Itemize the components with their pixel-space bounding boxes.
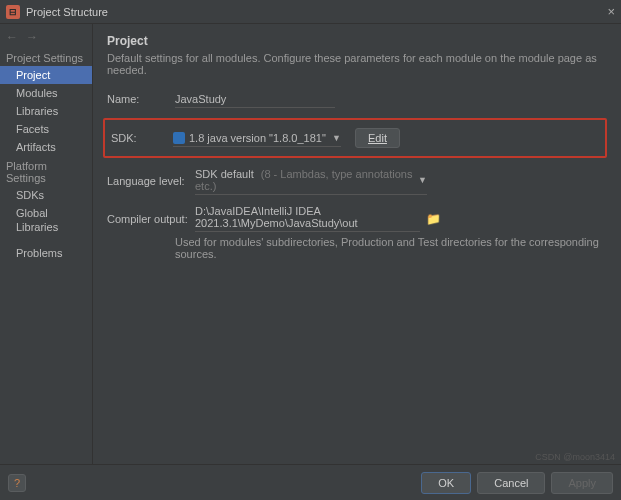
language-level-row: Language level: SDK default (8 - Lambdas… bbox=[107, 166, 607, 195]
nav-history: ← → bbox=[0, 26, 92, 48]
sidebar-item-global-libraries[interactable]: Global Libraries bbox=[0, 204, 92, 236]
language-level-label: Language level: bbox=[107, 175, 195, 187]
sdk-dropdown[interactable]: 1.8 java version "1.8.0_181" ▼ bbox=[173, 130, 341, 147]
back-icon[interactable]: ← bbox=[6, 30, 18, 44]
ok-button[interactable]: OK bbox=[421, 472, 471, 494]
sidebar-item-facets[interactable]: Facets bbox=[0, 120, 92, 138]
app-icon: ⊟ bbox=[6, 5, 20, 19]
sidebar: ← → Project Settings Project Modules Lib… bbox=[0, 24, 93, 464]
java-icon bbox=[173, 132, 185, 144]
sidebar-item-problems[interactable]: Problems bbox=[0, 244, 92, 262]
compiler-output-row: Compiler output: D:\JavaIDEA\IntelliJ ID… bbox=[107, 205, 607, 232]
compiler-output-label: Compiler output: bbox=[107, 213, 195, 225]
close-icon[interactable]: × bbox=[607, 4, 615, 19]
main-panel: Project Default settings for all modules… bbox=[93, 24, 621, 464]
window-title: Project Structure bbox=[26, 6, 108, 18]
name-input[interactable] bbox=[175, 91, 335, 108]
sidebar-item-libraries[interactable]: Libraries bbox=[0, 102, 92, 120]
apply-button[interactable]: Apply bbox=[551, 472, 613, 494]
sdk-row-highlight: SDK: 1.8 java version "1.8.0_181" ▼ Edit bbox=[103, 118, 607, 158]
watermark: CSDN @moon3414 bbox=[535, 452, 615, 462]
chevron-down-icon: ▼ bbox=[332, 133, 341, 143]
name-label: Name: bbox=[107, 93, 175, 105]
sdk-value: 1.8 java version "1.8.0_181" bbox=[189, 132, 326, 144]
language-level-value: SDK default bbox=[195, 168, 254, 180]
edit-button[interactable]: Edit bbox=[355, 128, 400, 148]
sdk-label: SDK: bbox=[111, 132, 173, 144]
language-level-dropdown[interactable]: SDK default (8 - Lambdas, type annotatio… bbox=[195, 166, 427, 195]
folder-icon[interactable]: 📁 bbox=[426, 212, 441, 226]
section-project-settings: Project Settings bbox=[0, 48, 92, 66]
cancel-button[interactable]: Cancel bbox=[477, 472, 545, 494]
sidebar-item-artifacts[interactable]: Artifacts bbox=[0, 138, 92, 156]
compiler-output-value[interactable]: D:\JavaIDEA\IntelliJ IDEA 2021.3.1\MyDem… bbox=[195, 205, 420, 232]
titlebar: ⊟ Project Structure × bbox=[0, 0, 621, 24]
page-subtitle: Default settings for all modules. Config… bbox=[107, 52, 607, 76]
chevron-down-icon: ▼ bbox=[418, 175, 427, 185]
section-platform-settings: Platform Settings bbox=[0, 156, 92, 186]
page-title: Project bbox=[107, 34, 607, 48]
sidebar-item-project[interactable]: Project bbox=[0, 66, 92, 84]
help-icon[interactable]: ? bbox=[8, 474, 26, 492]
footer: ? OK Cancel Apply bbox=[0, 464, 621, 500]
name-row: Name: bbox=[107, 86, 607, 112]
sidebar-item-modules[interactable]: Modules bbox=[0, 84, 92, 102]
forward-icon[interactable]: → bbox=[26, 30, 38, 44]
sidebar-item-sdks[interactable]: SDKs bbox=[0, 186, 92, 204]
compiler-output-hint: Used for modules' subdirectories, Produc… bbox=[175, 236, 607, 260]
